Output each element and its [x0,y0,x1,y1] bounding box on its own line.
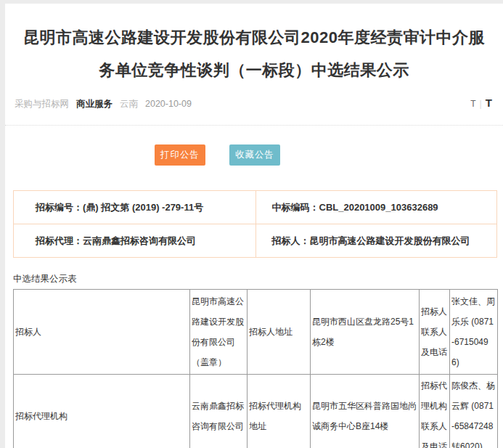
winning-code-cell: 中标编码：CBL_20201009_103632689 [255,191,497,224]
tenderee-contact-value-cell: 张文佳、周乐乐 (0871-67150496) [450,290,498,375]
tenderee-address-label-cell: 招标人地址 [248,290,311,375]
tenderee-cell: 招标人：昆明市高速公路建设开发股份有限公司 [255,224,497,257]
tenderee-label: 招标人： [272,235,310,246]
winning-code-value: CBL_20201009_103632689 [319,202,438,213]
tender-number-cell: 招标编号：(鼎) 招文第 (2019) -279-11号 [14,191,255,224]
publish-date: 2020-10-09 [145,99,192,109]
result-table: 招标人 昆明市高速公路建设开发股份有限公司 （盖章） 招标人地址 昆明市西山区盘… [13,289,498,448]
font-toggle-divider: | [480,99,482,109]
agency-contact-label-cell: 招标代理机构联系人及电话 [420,375,450,448]
tender-number-label: 招标编号： [36,202,83,213]
region-link[interactable]: 云南 [120,98,138,110]
page-title: 昆明市高速公路建设开发股份有限公司2020年度经责审计中介服务单位竞争性谈判（一… [21,21,487,86]
dotted-divider [5,125,503,126]
agency-address-value-cell: 昆明市五华区科普路国地尚诚商务中心B座14楼 [311,375,420,448]
source-site-link[interactable]: 采购与招标网 [15,98,69,110]
agency-name-cell: 云南鼎鑫招标咨询有限公司 [190,375,248,448]
tenderee-address-value-cell: 昆明市西山区盘龙路25号1栋2楼 [311,290,420,375]
info-row: 招标代理：云南鼎鑫招标咨询有限公司 招标人：昆明市高速公路建设开发股份有限公司 [14,224,496,257]
category-link[interactable]: 商业服务 [76,98,113,110]
tender-agent-label: 招标代理： [36,235,83,246]
font-size-large-toggle[interactable]: T [486,97,492,109]
table-row-agency: 招标代理机构 云南鼎鑫招标咨询有限公司 招标代理机构地址 昆明市五华区科普路国地… [14,375,498,448]
page-background: { "page": { "title": "昆明市高速公路建设开发股份有限公司2… [0,0,503,448]
tenderee-contact-label-cell: 招标人联系人及电话 [420,290,450,375]
tenderee-value: 昆明市高速公路建设开发股份有限公司 [310,235,470,246]
tender-agent-cell: 招标代理：云南鼎鑫招标咨询有限公司 [14,224,255,257]
tender-agent-value: 云南鼎鑫招标咨询有限公司 [83,235,196,246]
favorite-announcement-button[interactable]: 收藏公告 [229,144,280,166]
table-row-tenderee: 招标人 昆明市高速公路建设开发股份有限公司 （盖章） 招标人地址 昆明市西山区盘… [14,290,498,375]
font-size-small-toggle[interactable]: T [470,99,475,109]
result-table-caption: 中选结果公示表 [13,273,503,284]
print-announcement-button[interactable]: 打印公告 [155,144,205,166]
tender-number-value: (鼎) 招文第 (2019) -279-11号 [83,202,203,213]
meta-bar: 采购与招标网 商业服务 云南 2020-10-09 T | T [15,97,492,110]
agency-row-label-cell: 招标代理机构 [14,375,190,448]
winning-code-label: 中标编码： [272,202,319,213]
info-row: 招标编号：(鼎) 招文第 (2019) -279-11号 中标编码：CBL_20… [14,191,496,224]
agency-address-label-cell: 招标代理机构地址 [248,375,311,448]
action-buttons-row: 打印公告 收藏公告 [5,144,503,163]
announcement-card: 昆明市高速公路建设开发股份有限公司2020年度经责审计中介服务单位竞争性谈判（一… [5,4,503,448]
tender-info-box: 招标编号：(鼎) 招文第 (2019) -279-11号 中标编码：CBL_20… [13,190,497,258]
tenderee-row-label-cell: 招标人 [14,290,190,375]
agency-contact-value-cell: 陈俊杰、杨云辉 (0871-65847248转6020) [450,375,498,448]
tenderee-name-cell: 昆明市高速公路建设开发股份有限公司 （盖章） [190,290,248,375]
